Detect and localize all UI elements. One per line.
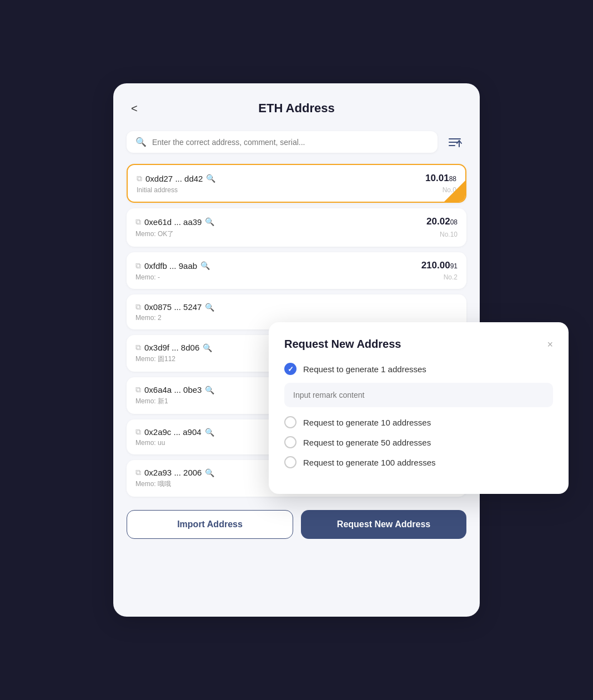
address-item[interactable]: ⧉ 0xdd27 ... dd42 🔍 10.0188 Initial addr… — [127, 164, 466, 203]
address-item[interactable]: ⧉ 0xe61d ... aa39 🔍 20.0208 Memo: OK了 No… — [127, 208, 466, 247]
memo-text: Memo: - — [135, 273, 160, 281]
address-text: 0xfdfb ... 9aab — [144, 261, 197, 271]
filter-icon — [448, 136, 462, 148]
copy-icon[interactable]: ⧉ — [135, 427, 141, 437]
amount-small: 08 — [450, 218, 458, 226]
copy-icon[interactable]: ⧉ — [135, 217, 141, 227]
copy-icon[interactable]: ⧉ — [135, 468, 141, 477]
amount-small: 91 — [450, 262, 458, 270]
address-text: 0x3d9f ... 8d06 — [144, 343, 199, 352]
request-new-address-button[interactable]: Request New Address — [301, 510, 466, 539]
search-bar: 🔍 — [127, 131, 466, 153]
address-text: 0x2a93 ... 2006 — [144, 468, 202, 477]
search-address-icon[interactable]: 🔍 — [206, 174, 215, 183]
address-text: 0x2a9c ... a904 — [144, 427, 202, 437]
page-title: ETH Address — [258, 101, 334, 116]
footer-buttons: Import Address Request New Address — [127, 510, 466, 539]
radio-circle — [284, 363, 296, 375]
modal-title: Request New Address — [284, 338, 401, 351]
radio-circle — [284, 416, 296, 428]
search-address-icon[interactable]: 🔍 — [200, 261, 210, 270]
memo-text: Initial address — [137, 186, 178, 194]
modal-header: Request New Address × — [284, 338, 553, 351]
address-item[interactable]: ⧉ 0xfdfb ... 9aab 🔍 210.0091 Memo: - No.… — [127, 252, 466, 289]
memo-text: Memo: OK了 — [135, 229, 174, 239]
active-corner — [444, 181, 465, 202]
address-text: 0xe61d ... aa39 — [144, 217, 202, 227]
remark-input[interactable] — [284, 383, 553, 407]
copy-icon[interactable]: ⧉ — [135, 343, 141, 352]
search-address-icon[interactable]: 🔍 — [205, 303, 214, 312]
radio-circle — [284, 436, 296, 448]
radio-option[interactable]: Request to generate 1 addresses — [284, 363, 553, 375]
main-card: < ETH Address 🔍 ⧉ 0xdd27 ... dd42 🔍 — [113, 83, 480, 617]
radio-label: Request to generate 100 addresses — [303, 458, 436, 467]
radio-option[interactable]: Request to generate 10 addresses — [284, 416, 553, 428]
memo-text: Memo: 新1 — [135, 397, 168, 406]
search-address-icon[interactable]: 🔍 — [205, 428, 214, 437]
radio-circle — [284, 456, 296, 468]
address-text: 0xdd27 ... dd42 — [145, 174, 203, 183]
address-text: 0x0875 ... 5247 — [144, 302, 202, 312]
memo-text: Memo: 哦哦 — [135, 479, 171, 489]
import-address-button[interactable]: Import Address — [127, 510, 293, 539]
search-address-icon[interactable]: 🔍 — [205, 386, 214, 394]
radio-label: Request to generate 10 addresses — [303, 418, 431, 427]
copy-icon[interactable]: ⧉ — [135, 302, 141, 312]
copy-icon[interactable]: ⧉ — [137, 174, 142, 183]
copy-icon[interactable]: ⧉ — [135, 261, 141, 271]
radio-option[interactable]: Request to generate 50 addresses — [284, 436, 553, 448]
memo-text: Memo: 圆112 — [135, 354, 175, 364]
amount-main: 210.00 — [421, 260, 450, 271]
search-input[interactable] — [152, 138, 429, 147]
request-address-modal: Request New Address × Request to generat… — [269, 322, 569, 494]
page-header: < ETH Address — [127, 101, 466, 116]
filter-button[interactable] — [443, 132, 466, 153]
search-input-wrap: 🔍 — [127, 131, 438, 153]
memo-text: Memo: 2 — [135, 314, 162, 322]
radio-label: Request to generate 50 addresses — [303, 438, 431, 447]
memo-text: Memo: uu — [135, 439, 165, 447]
back-button[interactable]: < — [127, 100, 142, 117]
radio-option[interactable]: Request to generate 100 addresses — [284, 456, 553, 468]
address-text: 0x6a4a ... 0be3 — [144, 385, 202, 394]
amount-main: 20.02 — [426, 216, 450, 227]
modal-close-button[interactable]: × — [547, 339, 553, 349]
search-address-icon[interactable]: 🔍 — [205, 217, 214, 226]
no-badge: No.10 — [440, 231, 458, 238]
search-address-icon[interactable]: 🔍 — [203, 343, 212, 352]
search-icon: 🔍 — [135, 137, 147, 147]
modal-options: Request to generate 1 addresses Request … — [284, 363, 553, 468]
search-address-icon[interactable]: 🔍 — [205, 468, 214, 477]
radio-label: Request to generate 1 addresses — [303, 364, 426, 374]
no-badge: No.2 — [444, 273, 458, 281]
copy-icon[interactable]: ⧉ — [135, 385, 141, 394]
